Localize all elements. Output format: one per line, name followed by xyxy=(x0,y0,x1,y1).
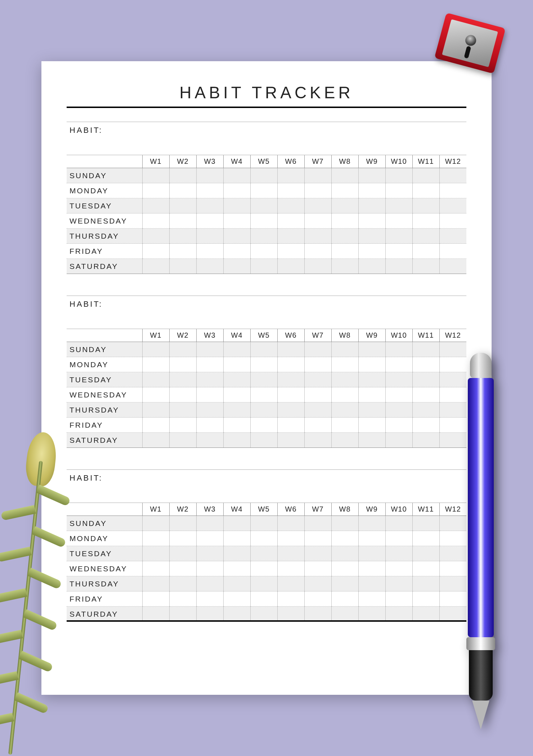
habit-cell[interactable] xyxy=(277,183,304,198)
habit-cell[interactable] xyxy=(250,183,277,198)
habit-cell[interactable] xyxy=(250,372,277,387)
habit-cell[interactable] xyxy=(223,183,250,198)
habit-cell[interactable] xyxy=(223,576,250,591)
habit-cell[interactable] xyxy=(142,561,169,576)
habit-cell[interactable] xyxy=(250,387,277,402)
habit-cell[interactable] xyxy=(439,229,466,244)
habit-cell[interactable] xyxy=(412,402,439,418)
habit-cell[interactable] xyxy=(250,591,277,607)
habit-cell[interactable] xyxy=(196,546,223,561)
habit-cell[interactable] xyxy=(385,576,412,591)
habit-cell[interactable] xyxy=(142,531,169,546)
habit-cell[interactable] xyxy=(169,402,196,418)
habit-cell[interactable] xyxy=(412,516,439,531)
habit-cell[interactable] xyxy=(358,183,385,198)
habit-cell[interactable] xyxy=(331,418,358,433)
habit-cell[interactable] xyxy=(223,546,250,561)
habit-cell[interactable] xyxy=(169,418,196,433)
habit-cell[interactable] xyxy=(250,576,277,591)
habit-cell[interactable] xyxy=(331,531,358,546)
habit-cell[interactable] xyxy=(169,183,196,198)
habit-cell[interactable] xyxy=(412,183,439,198)
habit-cell[interactable] xyxy=(331,213,358,229)
habit-cell[interactable] xyxy=(223,418,250,433)
habit-cell[interactable] xyxy=(223,357,250,372)
habit-cell[interactable] xyxy=(169,531,196,546)
habit-cell[interactable] xyxy=(358,531,385,546)
habit-cell[interactable] xyxy=(169,576,196,591)
habit-cell[interactable] xyxy=(169,342,196,357)
habit-cell[interactable] xyxy=(358,244,385,259)
habit-cell[interactable] xyxy=(142,591,169,607)
habit-cell[interactable] xyxy=(196,357,223,372)
habit-cell[interactable] xyxy=(142,433,169,448)
habit-cell[interactable] xyxy=(385,357,412,372)
habit-cell[interactable] xyxy=(331,433,358,448)
habit-cell[interactable] xyxy=(412,244,439,259)
habit-cell[interactable] xyxy=(385,516,412,531)
habit-cell[interactable] xyxy=(304,607,331,622)
habit-cell[interactable] xyxy=(196,168,223,183)
habit-cell[interactable] xyxy=(412,607,439,622)
habit-cell[interactable] xyxy=(385,433,412,448)
habit-cell[interactable] xyxy=(223,516,250,531)
habit-cell[interactable] xyxy=(277,372,304,387)
habit-cell[interactable] xyxy=(196,607,223,622)
habit-cell[interactable] xyxy=(223,531,250,546)
habit-cell[interactable] xyxy=(331,607,358,622)
habit-cell[interactable] xyxy=(196,402,223,418)
habit-cell[interactable] xyxy=(142,607,169,622)
habit-cell[interactable] xyxy=(439,546,466,561)
habit-cell[interactable] xyxy=(304,591,331,607)
habit-cell[interactable] xyxy=(250,402,277,418)
habit-cell[interactable] xyxy=(358,342,385,357)
habit-cell[interactable] xyxy=(385,168,412,183)
habit-cell[interactable] xyxy=(196,561,223,576)
habit-cell[interactable] xyxy=(142,342,169,357)
habit-cell[interactable] xyxy=(196,213,223,229)
habit-cell[interactable] xyxy=(385,229,412,244)
habit-cell[interactable] xyxy=(304,576,331,591)
habit-cell[interactable] xyxy=(358,576,385,591)
habit-cell[interactable] xyxy=(331,229,358,244)
habit-cell[interactable] xyxy=(358,561,385,576)
habit-cell[interactable] xyxy=(196,387,223,402)
habit-cell[interactable] xyxy=(304,433,331,448)
habit-cell[interactable] xyxy=(304,418,331,433)
habit-cell[interactable] xyxy=(142,259,169,274)
habit-cell[interactable] xyxy=(331,198,358,213)
habit-cell[interactable] xyxy=(304,168,331,183)
habit-cell[interactable] xyxy=(304,561,331,576)
habit-cell[interactable] xyxy=(277,607,304,622)
habit-cell[interactable] xyxy=(439,198,466,213)
habit-cell[interactable] xyxy=(331,591,358,607)
habit-cell[interactable] xyxy=(439,244,466,259)
habit-cell[interactable] xyxy=(169,546,196,561)
habit-cell[interactable] xyxy=(304,213,331,229)
habit-cell[interactable] xyxy=(385,546,412,561)
habit-cell[interactable] xyxy=(439,168,466,183)
habit-cell[interactable] xyxy=(412,576,439,591)
habit-cell[interactable] xyxy=(277,546,304,561)
habit-cell[interactable] xyxy=(169,607,196,622)
habit-cell[interactable] xyxy=(277,402,304,418)
habit-cell[interactable] xyxy=(439,372,466,387)
habit-cell[interactable] xyxy=(439,259,466,274)
habit-cell[interactable] xyxy=(169,168,196,183)
habit-cell[interactable] xyxy=(439,357,466,372)
habit-cell[interactable] xyxy=(250,357,277,372)
habit-cell[interactable] xyxy=(250,168,277,183)
habit-cell[interactable] xyxy=(385,342,412,357)
habit-cell[interactable] xyxy=(358,418,385,433)
habit-cell[interactable] xyxy=(385,372,412,387)
habit-cell[interactable] xyxy=(439,387,466,402)
habit-cell[interactable] xyxy=(385,561,412,576)
habit-cell[interactable] xyxy=(196,183,223,198)
habit-cell[interactable] xyxy=(358,607,385,622)
habit-cell[interactable] xyxy=(223,561,250,576)
habit-cell[interactable] xyxy=(142,229,169,244)
habit-cell[interactable] xyxy=(439,516,466,531)
habit-cell[interactable] xyxy=(250,213,277,229)
habit-cell[interactable] xyxy=(385,198,412,213)
habit-cell[interactable] xyxy=(142,183,169,198)
